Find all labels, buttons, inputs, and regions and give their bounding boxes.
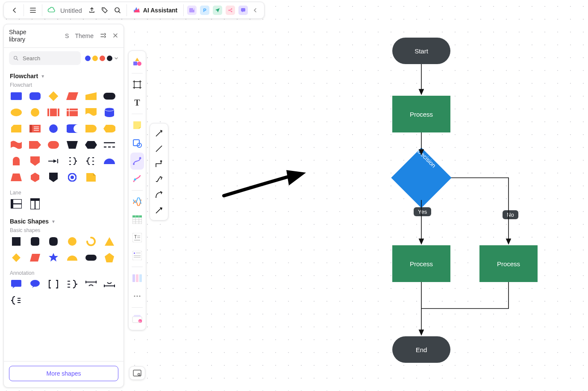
ai-assistant-button[interactable]: AI Assistant <box>130 6 180 14</box>
shape-diamond-y[interactable] <box>10 253 23 262</box>
shape-predefined[interactable] <box>47 108 60 117</box>
ai-image-chip[interactable] <box>187 6 197 15</box>
shape-chat-rect[interactable] <box>10 279 23 289</box>
flow-decision[interactable]: Decision <box>400 156 443 199</box>
shape-squircle[interactable] <box>47 237 60 246</box>
shape-capsule[interactable] <box>85 253 97 262</box>
shape-trapezoid[interactable] <box>10 173 23 182</box>
flow-yes-label[interactable]: Yes <box>414 207 431 216</box>
shape-offpage[interactable] <box>47 173 60 182</box>
shape-lane-vertical[interactable] <box>29 199 41 209</box>
shape-process[interactable] <box>10 91 23 101</box>
tool-shapes[interactable] <box>130 53 144 71</box>
swatch-chevron-icon[interactable] <box>114 56 118 60</box>
shape-arrow-right[interactable] <box>29 140 41 150</box>
shape-semicircle[interactable] <box>103 156 116 166</box>
shape-shield[interactable] <box>29 156 41 166</box>
line-arrow[interactable] <box>153 126 165 141</box>
shape-manual-op[interactable] <box>66 140 79 150</box>
shape-document[interactable] <box>85 108 97 117</box>
tool-columns[interactable] <box>130 270 144 287</box>
shape-circle-y[interactable] <box>29 108 41 117</box>
shape-list-brace[interactable] <box>66 279 79 289</box>
s-shortcut-button[interactable]: S <box>65 32 69 39</box>
more-shapes-button[interactable]: More shapes <box>9 366 118 381</box>
shape-dimension-v[interactable] <box>103 279 116 289</box>
tool-sticky-note[interactable] <box>130 117 144 134</box>
shape-delay[interactable] <box>85 124 97 133</box>
tool-text[interactable]: T <box>130 94 144 111</box>
tool-textblock[interactable]: T <box>130 229 144 246</box>
shape-chat-bubble[interactable] <box>29 279 41 289</box>
tool-rectangle[interactable] <box>130 135 144 152</box>
shape-dimension-h[interactable] <box>85 279 97 289</box>
line-straight[interactable] <box>153 141 165 156</box>
tool-table[interactable] <box>130 211 144 228</box>
shape-tab[interactable] <box>10 156 23 166</box>
line-elbow[interactable] <box>153 157 165 171</box>
shape-terminator[interactable] <box>103 91 116 101</box>
export-button[interactable] <box>86 5 97 16</box>
share-chip[interactable] <box>213 6 222 15</box>
minimap-button[interactable] <box>129 366 145 380</box>
search-button[interactable] <box>112 5 123 16</box>
shape-brace-open[interactable] <box>85 156 97 166</box>
shape-brace-close[interactable] <box>66 156 79 166</box>
shape-hexagon[interactable] <box>29 173 41 182</box>
section-flowchart-title[interactable]: Flowchart▼ <box>10 73 118 79</box>
panel-settings-icon[interactable] <box>100 32 106 40</box>
section-basic-title[interactable]: Basic Shapes▼ <box>10 218 118 225</box>
shape-ring[interactable] <box>66 173 79 182</box>
document-title[interactable]: Untitled <box>60 7 82 14</box>
shape-display[interactable] <box>103 124 116 133</box>
back-button[interactable] <box>9 5 20 16</box>
shape-brackets[interactable] <box>47 279 60 289</box>
flow-process-1[interactable]: Process <box>392 96 450 132</box>
tool-library[interactable]: b <box>130 310 144 327</box>
swatch-dark[interactable] <box>107 56 112 61</box>
shape-preparation[interactable] <box>85 140 97 150</box>
flow-process-right[interactable]: Process <box>479 245 538 282</box>
shape-triangle[interactable] <box>103 237 116 246</box>
tool-more[interactable] <box>130 288 144 305</box>
shape-stored-data[interactable] <box>66 124 79 133</box>
tool-pen[interactable] <box>130 171 144 188</box>
shape-search-input[interactable] <box>22 55 76 62</box>
chat-chip[interactable] <box>238 6 248 15</box>
shape-halfcircle[interactable] <box>66 253 79 262</box>
shape-parallelogram[interactable] <box>29 253 41 262</box>
flow-end[interactable]: End <box>392 336 450 363</box>
shape-search[interactable] <box>9 51 81 65</box>
swatch-red[interactable] <box>100 56 105 61</box>
shape-manual-input[interactable] <box>85 91 97 101</box>
shape-pill[interactable] <box>47 140 60 150</box>
shape-connector[interactable] <box>47 124 60 133</box>
shape-star[interactable] <box>47 253 60 262</box>
line-s-curve[interactable] <box>153 172 165 187</box>
shape-database[interactable] <box>103 108 116 117</box>
shape-comment-line[interactable] <box>103 140 116 150</box>
panel-close-icon[interactable] <box>112 32 118 40</box>
line-filled-arrow[interactable] <box>153 203 165 218</box>
tool-connector[interactable] <box>130 153 144 170</box>
cloud-sync-icon[interactable] <box>46 5 57 16</box>
chip-collapse-button[interactable] <box>251 5 259 16</box>
line-curved[interactable] <box>153 188 165 202</box>
p-chip[interactable]: P <box>200 6 209 15</box>
swatch-blue[interactable] <box>85 56 91 61</box>
shape-data[interactable] <box>66 91 79 101</box>
shape-pentagon[interactable] <box>103 253 116 262</box>
shape-square[interactable] <box>10 237 23 246</box>
shape-brace-list[interactable] <box>10 296 23 305</box>
shape-collate[interactable] <box>47 156 60 166</box>
shape-card[interactable] <box>10 124 23 133</box>
shape-decision[interactable] <box>47 91 60 101</box>
shape-lane-horizontal[interactable] <box>10 199 23 209</box>
menu-button[interactable] <box>27 5 38 16</box>
flow-start[interactable]: Start <box>392 38 450 64</box>
shape-rounded[interactable] <box>29 91 41 101</box>
shape-arc[interactable] <box>85 237 97 246</box>
shape-note[interactable] <box>85 173 97 182</box>
flow-process-left[interactable]: Process <box>392 245 450 282</box>
swatch-yellow[interactable] <box>92 56 98 61</box>
